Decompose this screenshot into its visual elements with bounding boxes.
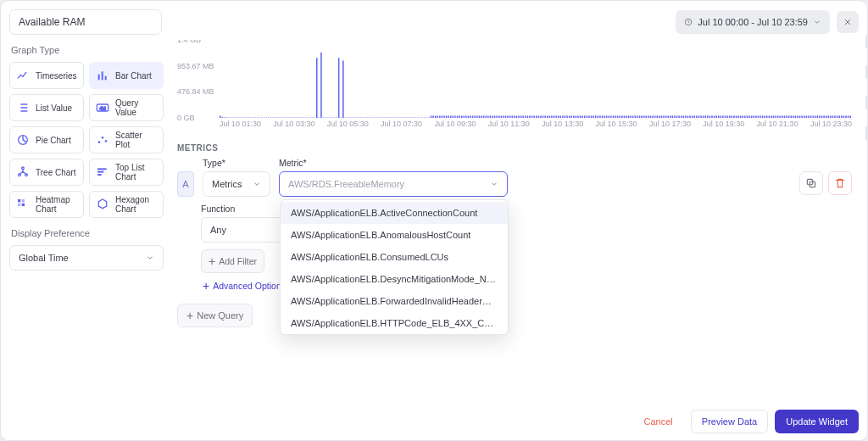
x-tick-label: Jul 10 17:30: [649, 120, 691, 133]
svg-rect-185: [581, 115, 583, 118]
metric-option[interactable]: AWS/ApplicationELB.DesyncMitigationMode_…: [281, 268, 508, 290]
svg-rect-288: [808, 115, 810, 118]
close-button[interactable]: [837, 11, 859, 33]
svg-rect-254: [733, 115, 735, 118]
delete-query-button[interactable]: [828, 171, 852, 195]
graph-type-query[interactable]: 4MQuery Value: [89, 94, 164, 121]
svg-rect-301: [837, 115, 838, 118]
svg-rect-225: [670, 115, 671, 118]
svg-rect-277: [784, 115, 786, 118]
graph-type-timeseries[interactable]: Timeseries: [9, 62, 84, 89]
x-tick-label: Jul 10 05:30: [327, 120, 369, 133]
svg-rect-283: [797, 115, 798, 118]
svg-rect-200: [615, 115, 616, 118]
svg-rect-286: [804, 115, 805, 118]
time-range-picker[interactable]: Jul 10 00:00 - Jul 10 23:59: [676, 10, 830, 34]
svg-rect-147: [498, 115, 500, 118]
graph-type-tree[interactable]: Tree Chart: [9, 159, 84, 186]
svg-rect-187: [587, 115, 588, 118]
metric-option[interactable]: AWS/ApplicationELB.HTTPCode_ELB_4XX_Coun…: [281, 312, 508, 334]
metric-option[interactable]: AWS/ApplicationELB.ForwardedInvalidHeade…: [281, 290, 508, 312]
type-label: Type: [203, 158, 270, 168]
svg-rect-16: [18, 199, 20, 202]
new-query-button[interactable]: + New Query: [177, 304, 253, 327]
svg-rect-186: [584, 115, 586, 118]
metric-combobox[interactable]: AWS/RDS.FreeableMemory AWS/ApplicationEL…: [279, 171, 508, 197]
x-tick-label: Jul 10 15:30: [596, 120, 637, 133]
metric-option[interactable]: AWS/ApplicationELB.HTTPCode_Target_2XX_C…: [281, 334, 508, 335]
svg-rect-76: [342, 60, 344, 118]
graph-type-bar[interactable]: Bar Chart: [89, 62, 164, 89]
svg-rect-206: [628, 115, 630, 118]
cancel-button[interactable]: Cancel: [633, 410, 684, 433]
metric-option[interactable]: AWS/ApplicationELB.AnomalousHostCount: [281, 224, 508, 246]
svg-rect-129: [459, 115, 460, 118]
duplicate-query-button[interactable]: [799, 171, 823, 195]
svg-rect-19: [22, 204, 25, 206]
type-select[interactable]: Metrics: [203, 171, 270, 197]
svg-rect-233: [687, 115, 689, 118]
svg-rect-156: [518, 115, 520, 118]
svg-rect-197: [608, 115, 609, 118]
svg-rect-218: [654, 115, 656, 118]
graph-type-pie[interactable]: Pie Chart: [9, 126, 84, 154]
svg-rect-255: [736, 115, 737, 118]
svg-rect-279: [788, 115, 790, 118]
svg-rect-247: [718, 115, 720, 118]
svg-rect-176: [562, 115, 564, 118]
svg-rect-195: [604, 115, 605, 118]
svg-rect-285: [801, 115, 803, 118]
svg-rect-64: [316, 58, 318, 118]
svg-rect-191: [595, 115, 597, 118]
update-widget-button[interactable]: Update Widget: [775, 410, 859, 433]
svg-rect-181: [573, 115, 575, 118]
svg-rect-227: [674, 115, 676, 118]
svg-rect-251: [726, 115, 728, 118]
timeseries-icon: [15, 68, 31, 83]
metric-option[interactable]: AWS/ApplicationELB.ConsumedLCUs: [281, 246, 508, 268]
svg-rect-138: [479, 115, 481, 118]
svg-point-10: [22, 167, 25, 170]
svg-rect-196: [606, 115, 608, 118]
svg-rect-135: [472, 115, 474, 118]
x-tick-label: Jul 10 09:30: [434, 120, 476, 133]
svg-rect-221: [661, 115, 663, 118]
graph-type-scatter[interactable]: Scatter Plot: [89, 126, 164, 154]
y-tick-label: 0 GB: [177, 114, 195, 122]
graph-type-list[interactable]: List Value: [9, 94, 84, 121]
graph-type-toplist[interactable]: Top List Chart: [89, 159, 164, 186]
preview-data-button[interactable]: Preview Data: [691, 410, 768, 433]
svg-rect-202: [619, 115, 620, 118]
svg-rect-256: [737, 115, 739, 118]
svg-rect-177: [565, 115, 566, 118]
x-tick-label: Jul 10 19:30: [703, 120, 744, 133]
hexagon-icon: [95, 197, 110, 212]
svg-rect-274: [777, 115, 779, 118]
add-filter-button[interactable]: + Add Filter: [201, 249, 264, 273]
svg-rect-241: [704, 115, 706, 118]
function-value: Any: [210, 225, 226, 235]
display-preference-select[interactable]: Global Time: [9, 245, 164, 271]
query-icon: 4M: [95, 100, 110, 115]
svg-rect-199: [613, 115, 615, 118]
list-icon: [15, 100, 31, 115]
graph-type-hexagon[interactable]: Hexagon Chart: [89, 191, 164, 218]
svg-rect-263: [753, 115, 754, 118]
widget-title-input[interactable]: Available RAM: [9, 9, 162, 35]
toplist-icon: [95, 165, 110, 180]
metric-option[interactable]: AWS/ApplicationELB.ActiveConnectionCount: [281, 202, 508, 224]
time-range-label: Jul 10 00:00 - Jul 10 23:59: [698, 17, 808, 27]
svg-rect-13: [97, 168, 107, 170]
svg-rect-1: [98, 75, 100, 81]
svg-point-8: [102, 137, 104, 139]
svg-rect-142: [487, 115, 489, 118]
svg-rect-260: [747, 115, 748, 118]
svg-rect-268: [764, 115, 765, 118]
svg-rect-242: [707, 115, 709, 118]
metric-dropdown-panel: AWS/ApplicationELB.ActiveConnectionCount…: [280, 199, 509, 335]
svg-rect-132: [465, 115, 467, 118]
svg-rect-223: [665, 115, 667, 118]
query-badge-a: A: [177, 171, 194, 197]
svg-rect-66: [320, 53, 322, 118]
graph-type-heatmap[interactable]: Heatmap Chart: [9, 191, 84, 218]
